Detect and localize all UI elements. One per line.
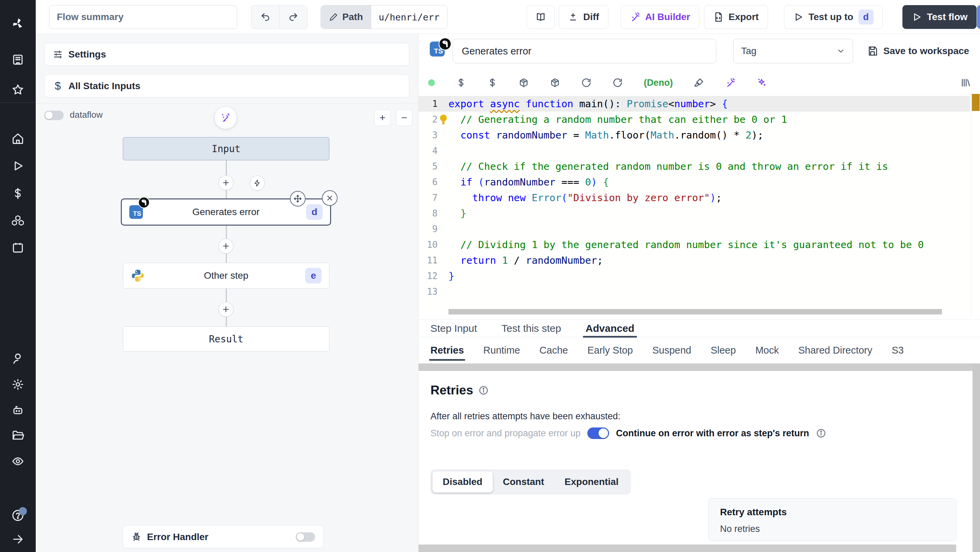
export-button[interactable]: Export: [704, 5, 768, 29]
flow-settings-button[interactable]: Settings: [44, 43, 409, 66]
path-group[interactable]: Path u/henri/err: [321, 5, 447, 29]
resources-icon[interactable]: [0, 208, 36, 234]
docs-button[interactable]: [527, 5, 555, 29]
test-up-to-button[interactable]: Test up to d: [784, 5, 883, 29]
result-node[interactable]: Result: [123, 326, 329, 352]
add-step-button[interactable]: [218, 239, 234, 253]
editor-overview-ruler: [971, 92, 980, 315]
subtab[interactable]: Mock: [756, 339, 779, 361]
move-step-button[interactable]: [290, 191, 305, 207]
retry-mode-option[interactable]: Constant: [493, 471, 554, 492]
editor-horizontal-scrollbar[interactable]: [449, 309, 942, 315]
subtab[interactable]: Cache: [539, 339, 568, 361]
path-button[interactable]: Path: [321, 5, 371, 29]
input-node[interactable]: Input: [123, 137, 329, 160]
variable-icon[interactable]: [487, 78, 498, 88]
help-icon[interactable]: [0, 502, 36, 528]
error-handler-label: Error Handler: [147, 531, 208, 542]
add-step-button[interactable]: [218, 302, 234, 317]
retry-mode-option[interactable]: Disabled: [433, 471, 493, 492]
plus-icon: [222, 179, 230, 186]
code-lines[interactable]: export async function main(): Promise<nu…: [446, 96, 970, 299]
diff-button[interactable]: Diff: [559, 5, 608, 29]
ai-builder-button[interactable]: AI Builder: [620, 5, 699, 29]
dataflow-toggle[interactable]: [44, 111, 64, 120]
warning-marker: [972, 94, 980, 111]
code-line: }: [446, 205, 970, 221]
subtab[interactable]: Sleep: [711, 339, 736, 361]
code-editor[interactable]: 12345678910111213 export async function …: [418, 92, 980, 315]
add-trigger-button[interactable]: [250, 176, 265, 191]
format-brush-icon[interactable]: [694, 78, 704, 88]
generates-error-node[interactable]: TS Generates error d: [121, 199, 331, 226]
workers-icon[interactable]: [0, 397, 36, 423]
workspace-icon[interactable]: [0, 46, 36, 72]
info-icon[interactable]: [479, 385, 488, 395]
library-icon[interactable]: [961, 78, 971, 88]
collapse-sidebar-icon[interactable]: [0, 526, 36, 552]
zoom-in-button[interactable]: +: [374, 110, 391, 126]
delete-step-button[interactable]: [322, 190, 337, 206]
retry-attempts-title: Retry attempts: [720, 507, 945, 518]
subtabs-horizontal-scrollbar[interactable]: [418, 363, 973, 371]
result-node-label: Result: [209, 334, 243, 345]
flow-summary-input[interactable]: [49, 5, 237, 29]
runs-icon[interactable]: [0, 153, 36, 179]
tab[interactable]: Test this step: [501, 320, 561, 337]
path-value[interactable]: u/henri/err: [371, 5, 447, 29]
error-handler-card[interactable]: Error Handler: [123, 525, 324, 548]
audit-logs-icon[interactable]: [0, 448, 36, 474]
deno-icon: [138, 197, 150, 208]
tag-select[interactable]: Tag: [733, 39, 853, 63]
static-inputs-button[interactable]: $ All Static Inputs: [44, 75, 409, 97]
continue-on-error-toggle[interactable]: [587, 428, 609, 439]
step-editor-panel: TS Tag Save to workspace (Deno) 12345678…: [418, 34, 980, 552]
play-icon: [912, 12, 922, 22]
retries-title: Retries: [430, 383, 473, 398]
add-step-button[interactable]: [218, 175, 234, 190]
package-icon[interactable]: [519, 78, 529, 88]
undo-button[interactable]: [251, 5, 279, 29]
ai-wand-icon[interactable]: [725, 78, 735, 88]
subtab[interactable]: S3: [892, 339, 904, 361]
content-horizontal-scrollbar[interactable]: [418, 544, 956, 552]
package-icon[interactable]: [550, 78, 560, 88]
windmill-logo[interactable]: [0, 11, 36, 37]
error-handler-toggle[interactable]: [296, 532, 315, 542]
chevron-down-icon: [837, 47, 845, 56]
diff-icon: [568, 12, 578, 22]
subtab[interactable]: Shared Directory: [798, 339, 872, 361]
favorites-icon[interactable]: [0, 76, 36, 102]
notification-dot: [19, 507, 27, 515]
subtab[interactable]: Runtime: [483, 339, 520, 361]
content-vertical-scrollbar[interactable]: [972, 363, 980, 552]
variables-icon[interactable]: [0, 180, 36, 206]
sparkles-icon[interactable]: [756, 78, 767, 88]
other-step-node[interactable]: Other step e: [123, 263, 329, 289]
code-line: // Generating a random number that can e…: [446, 111, 970, 127]
deploy-button-partial[interactable]: [977, 5, 980, 29]
tab[interactable]: Advanced: [585, 320, 634, 337]
code-line: return 1 / randomNumber;: [446, 253, 970, 268]
settings-icon[interactable]: [0, 371, 36, 397]
tab[interactable]: Step Input: [430, 320, 477, 337]
redo-button[interactable]: [279, 5, 308, 29]
path-label: Path: [342, 11, 363, 22]
variable-icon[interactable]: [456, 78, 466, 88]
step-name-input[interactable]: [453, 39, 716, 63]
subtab[interactable]: Retries: [430, 339, 464, 361]
home-icon[interactable]: [0, 126, 36, 151]
refresh-icon[interactable]: [581, 78, 592, 88]
save-to-workspace-button[interactable]: Save to workspace: [867, 39, 969, 63]
ai-flow-wand-button[interactable]: [215, 107, 237, 129]
users-icon[interactable]: [0, 345, 36, 371]
refresh-icon[interactable]: [612, 78, 623, 88]
subtab[interactable]: Suspend: [652, 339, 692, 361]
zoom-out-button[interactable]: −: [396, 110, 412, 126]
test-flow-button[interactable]: Test flow: [902, 5, 977, 29]
retry-mode-option[interactable]: Exponential: [554, 471, 629, 492]
subtab[interactable]: Early Stop: [587, 339, 633, 361]
schedules-icon[interactable]: [0, 234, 36, 260]
info-icon[interactable]: [816, 428, 826, 438]
folders-icon[interactable]: [0, 422, 36, 448]
